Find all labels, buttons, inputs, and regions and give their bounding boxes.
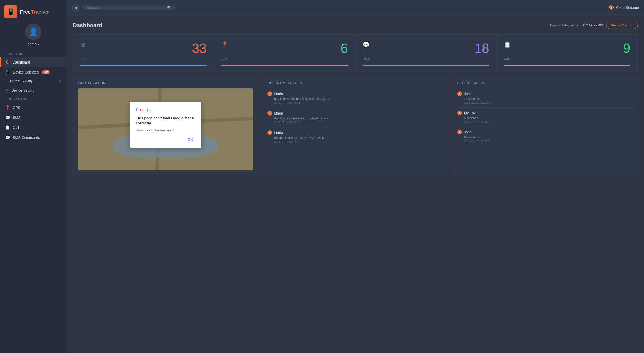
- recent-calls-panel: RECENT CALLS + John 15 seconds 2017-12-1…: [452, 76, 638, 175]
- call-icon: 📋: [5, 125, 10, 130]
- dialog-ok-button[interactable]: OK: [186, 137, 195, 143]
- logo-area: 📱 FreeTracker: [0, 5, 67, 18]
- call-item[interactable]: + John 60 seconds 2017-12-13 12:17:06: [457, 127, 633, 146]
- contact-icon: +: [457, 111, 462, 115]
- call-time: 2017-12-14 19:11:06: [457, 120, 633, 123]
- color-scheme-icon: 🎨: [609, 5, 614, 10]
- gps-stat-icon: 📍: [221, 41, 228, 48]
- stat-gps-bar: [221, 65, 348, 66]
- sms-icon: 💬: [5, 115, 10, 120]
- stat-call-value: 9: [623, 41, 630, 55]
- message-preview: Idk tbh, imma try n stay away now. Ive .…: [267, 136, 443, 140]
- stat-call: 📋 9 Call: [497, 34, 638, 71]
- stat-sms-bar: [363, 65, 489, 66]
- bottom-row: LAST LOCATION Google This page can't loa…: [73, 76, 638, 175]
- last-location-panel: LAST LOCATION Google This page can't loa…: [73, 76, 258, 175]
- stats-row: 🖥 33 Total 📍 6 GPS 💬 18 SMS: [73, 34, 638, 71]
- call-item[interactable]: + John 15 seconds 2017-12-17 14:10:06: [457, 88, 633, 108]
- stat-gps: 📍 6 GPS: [214, 34, 355, 71]
- logo-text: FreeTracker: [20, 9, 49, 15]
- stat-sms-value: 18: [474, 41, 489, 55]
- dialog-actions: OK: [136, 137, 195, 143]
- sidebar-item-sms[interactable]: 💬 SMS: [0, 112, 67, 122]
- call-name: + My Love: [457, 111, 633, 115]
- sms-stat-icon: 💬: [363, 41, 370, 48]
- sidebar-item-gps[interactable]: 📍 GPS: [0, 102, 67, 112]
- message-preview: that boy is so messed up. why dnt u sta.…: [267, 117, 443, 120]
- logo-icon: 📱: [4, 5, 17, 18]
- color-scheme-label: Color Scheme: [616, 6, 639, 10]
- calls-list: + John 15 seconds 2017-12-17 14:10:06 + …: [457, 88, 633, 146]
- sidebar-item-label: GPS: [13, 106, 20, 110]
- call-item[interactable]: + My Love 5 seconds 2017-12-14 19:11:06: [457, 108, 633, 127]
- page-title: Dashboard: [73, 22, 102, 29]
- message-sender: + Linda: [267, 111, 443, 116]
- gps-icon: 📍: [5, 105, 10, 110]
- main-area: ◀ 🔍 🎨 Color Scheme Dashboard Device Sele…: [67, 0, 644, 353]
- sidebar-item-device-setting[interactable]: ⚙ Device Setting: [0, 85, 67, 95]
- device-selected-icon: 📱: [5, 70, 10, 75]
- stat-total-value: 33: [192, 41, 207, 55]
- search-input[interactable]: [87, 6, 165, 10]
- dashboard-icon: ⏱: [6, 60, 10, 65]
- message-item[interactable]: + Linda that boy is so messed up. why dn…: [267, 108, 443, 127]
- stat-sms: 💬 18 SMS: [356, 34, 497, 71]
- sidebar-item-sms-commands[interactable]: 💬 SMS Commands: [0, 132, 67, 142]
- gear-icon: ⚙: [5, 88, 9, 93]
- contact-icon: +: [267, 130, 272, 135]
- call-duration: 5 seconds: [457, 116, 633, 120]
- message-time: 2016-06-10 09:20:10: [267, 121, 443, 124]
- dialog-question: Do you own this website?: [136, 129, 195, 132]
- back-button[interactable]: ◀: [72, 4, 80, 12]
- sidebar-item-label: Dashboard: [13, 60, 30, 64]
- avatar-area: 👤 demo ▾: [25, 24, 41, 46]
- dialog-message: This page can't load Google Maps correct…: [136, 116, 195, 126]
- call-duration: 60 seconds: [457, 136, 633, 139]
- avatar: 👤: [25, 24, 41, 40]
- chevron-right-icon: ›: [60, 70, 61, 74]
- messages-list: + Linda hey lind, whats the assignment m…: [267, 88, 443, 147]
- message-item[interactable]: + Linda hey lind, whats the assignment m…: [267, 88, 443, 108]
- stat-call-label: Call: [504, 57, 630, 61]
- contact-icon: +: [267, 91, 272, 96]
- hot-badge: HOT: [42, 70, 50, 74]
- recent-messages-title: RECENT MESSAGES: [267, 81, 443, 85]
- sidebar-item-label: Device Setting: [11, 88, 34, 92]
- username-text: demo: [28, 42, 37, 46]
- sidebar-item-label: SMS: [13, 116, 20, 120]
- device-setting-button[interactable]: Device Setting: [606, 22, 638, 29]
- sidebar-item-label: Device Selected: [13, 70, 39, 74]
- message-item[interactable]: + Linda Idk tbh, imma try n stay away no…: [267, 127, 443, 147]
- sidebar-item-call[interactable]: 📋 Call: [0, 122, 67, 132]
- check-icon: ✓: [58, 79, 61, 83]
- last-location-title: LAST LOCATION: [78, 81, 253, 85]
- message-sender: + Linda: [267, 91, 443, 96]
- message-preview: hey lind, whats the assignment ms. gra..…: [267, 97, 443, 101]
- stat-call-bar: [504, 65, 630, 66]
- stat-total-bar: [80, 65, 207, 66]
- stat-gps-label: GPS: [221, 57, 348, 61]
- sub-device-item[interactable]: HTC One (M8) ✓: [0, 77, 67, 85]
- username[interactable]: demo ▾: [28, 42, 39, 46]
- stat-total-label: Total: [80, 57, 207, 61]
- message-time: 2016-06-10 09:40:11: [267, 101, 443, 105]
- search-icon: 🔍: [167, 6, 171, 10]
- map-container: Google This page can't load Google Maps …: [78, 88, 253, 170]
- contact-icon: +: [457, 130, 462, 134]
- sidebar-item-device-selected[interactable]: 📱 Device Selected HOT ›: [0, 67, 67, 77]
- google-logo: Google: [136, 107, 195, 113]
- maps-error-dialog: Google This page can't load Google Maps …: [130, 102, 201, 148]
- device-selected-text: Device Selected: [550, 23, 574, 27]
- separator: /: [577, 23, 578, 28]
- stat-sms-label: SMS: [363, 57, 489, 61]
- device-name-text: HTC One (M8): [581, 23, 603, 27]
- sidebar-item-dashboard[interactable]: ⏱ Dashboard: [0, 57, 67, 67]
- recent-calls-title: RECENT CALLS: [457, 81, 633, 85]
- color-scheme-button[interactable]: 🎨 Color Scheme: [609, 5, 639, 10]
- contact-icon: +: [267, 111, 272, 116]
- chevron-down-icon: ▾: [38, 43, 39, 46]
- main-menu-label: --- MAIN MENU: [0, 50, 67, 57]
- call-duration: 15 seconds: [457, 97, 633, 101]
- dashboard-header: Dashboard Device Selected / HTC One (M8)…: [73, 22, 638, 29]
- sms-commands-icon: 💬: [5, 135, 10, 140]
